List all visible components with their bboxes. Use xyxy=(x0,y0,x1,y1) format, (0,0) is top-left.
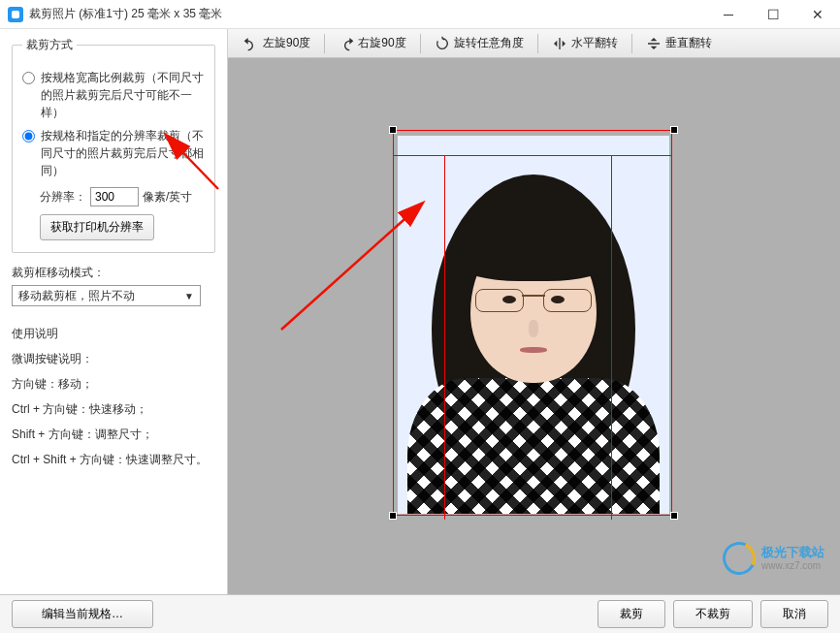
edit-spec-button[interactable]: 编辑当前规格… xyxy=(12,600,153,628)
crop-handle-tr[interactable] xyxy=(670,126,678,134)
crop-guide-left xyxy=(444,155,445,520)
cancel-button[interactable]: 取消 xyxy=(760,600,828,628)
rotate-left-button[interactable]: 左旋90度 xyxy=(234,32,320,54)
right-pane: 左旋90度 右旋90度 旋转任意角度 水平翻转 垂直翻转 xyxy=(228,29,840,594)
crop-frame[interactable] xyxy=(393,130,672,516)
titlebar: 裁剪照片 (标准1寸) 25 毫米 x 35 毫米 ─ ☐ ✕ xyxy=(0,0,840,29)
radio-by-resolution-input[interactable] xyxy=(22,130,35,142)
rotate-right-icon xyxy=(339,36,354,51)
crop-handle-br[interactable] xyxy=(670,512,678,520)
rotate-any-icon xyxy=(435,36,450,51)
radio-by-ratio-input[interactable] xyxy=(22,72,35,84)
main-area: 裁剪方式 按规格宽高比例裁剪（不同尺寸的照片裁剪完后尺寸可能不一样） 按规格和指… xyxy=(0,29,840,594)
toolbar-separator xyxy=(537,34,538,53)
resolution-row: 分辨率： 像素/英寸 xyxy=(40,187,205,206)
crop-button[interactable]: 裁剪 xyxy=(598,600,665,628)
move-mode-value: 移动裁剪框，照片不动 xyxy=(18,288,135,304)
rotate-right-button[interactable]: 右旋90度 xyxy=(329,32,415,54)
photo-with-crop[interactable] xyxy=(398,136,669,514)
help-title: 使用说明 xyxy=(12,322,215,345)
help-line-2: Ctrl + 方向键：快速移动； xyxy=(12,397,215,421)
rotate-left-icon xyxy=(243,36,259,51)
flip-vertical-button[interactable]: 垂直翻转 xyxy=(636,32,722,54)
crop-mode-legend: 裁剪方式 xyxy=(22,37,77,53)
window-title: 裁剪照片 (标准1寸) 25 毫米 x 35 毫米 xyxy=(29,6,222,22)
flip-vertical-label: 垂直翻转 xyxy=(665,35,712,51)
help-line-4: Ctrl + Shift + 方向键：快速调整尺寸。 xyxy=(12,448,215,471)
rotate-any-label: 旋转任意角度 xyxy=(454,35,524,51)
canvas[interactable] xyxy=(228,58,840,594)
close-button[interactable]: ✕ xyxy=(795,0,840,29)
chevron-down-icon: ▼ xyxy=(184,291,194,301)
crop-handle-bl[interactable] xyxy=(389,512,397,520)
no-crop-button[interactable]: 不裁剪 xyxy=(673,600,753,628)
toolbar-separator xyxy=(631,34,632,53)
bottom-bar: 编辑当前规格… 裁剪 不裁剪 取消 xyxy=(0,594,840,633)
resolution-unit: 像素/英寸 xyxy=(143,189,192,206)
window-controls: ─ ☐ ✕ xyxy=(706,0,840,29)
toolbar-separator xyxy=(324,34,325,53)
maximize-button[interactable]: ☐ xyxy=(751,0,795,29)
get-printer-resolution-button[interactable]: 获取打印机分辨率 xyxy=(40,214,154,240)
crop-guide-top xyxy=(393,155,672,156)
crop-handle-tl[interactable] xyxy=(389,126,397,134)
flip-vertical-icon xyxy=(646,36,662,51)
resolution-input[interactable] xyxy=(90,187,139,206)
app-icon xyxy=(8,7,23,22)
help-line-3: Shift + 方向键：调整尺寸； xyxy=(12,423,215,446)
radio-by-ratio[interactable]: 按规格宽高比例裁剪（不同尺寸的照片裁剪完后尺寸可能不一样） xyxy=(22,69,205,121)
rotate-left-label: 左旋90度 xyxy=(263,35,310,51)
rotate-right-label: 右旋90度 xyxy=(358,35,405,51)
move-mode-label: 裁剪框移动模式： xyxy=(12,265,215,281)
minimize-button[interactable]: ─ xyxy=(706,0,751,29)
radio-by-resolution[interactable]: 按规格和指定的分辨率裁剪（不同尺寸的照片裁剪完后尺寸都相同） xyxy=(22,127,205,179)
toolbar-separator xyxy=(420,34,421,53)
flip-horizontal-icon xyxy=(552,36,567,51)
radio-by-resolution-label: 按规格和指定的分辨率裁剪（不同尺寸的照片裁剪完后尺寸都相同） xyxy=(41,127,205,179)
radio-by-ratio-label: 按规格宽高比例裁剪（不同尺寸的照片裁剪完后尺寸可能不一样） xyxy=(41,69,205,121)
flip-horizontal-label: 水平翻转 xyxy=(571,35,618,51)
help-block: 使用说明 微调按键说明： 方向键：移动； Ctrl + 方向键：快速移动； Sh… xyxy=(12,322,215,471)
crop-guide-right xyxy=(611,155,612,520)
move-mode-select[interactable]: 移动裁剪框，照片不动 ▼ xyxy=(12,285,201,306)
resolution-label: 分辨率： xyxy=(40,189,86,206)
rotate-any-button[interactable]: 旋转任意角度 xyxy=(425,32,533,54)
help-subtitle: 微调按键说明： xyxy=(12,347,215,370)
toolbar: 左旋90度 右旋90度 旋转任意角度 水平翻转 垂直翻转 xyxy=(228,29,840,58)
crop-mode-group: 裁剪方式 按规格宽高比例裁剪（不同尺寸的照片裁剪完后尺寸可能不一样） 按规格和指… xyxy=(12,37,215,253)
sidebar: 裁剪方式 按规格宽高比例裁剪（不同尺寸的照片裁剪完后尺寸可能不一样） 按规格和指… xyxy=(0,29,228,594)
flip-horizontal-button[interactable]: 水平翻转 xyxy=(542,32,628,54)
help-line-1: 方向键：移动； xyxy=(12,372,215,396)
